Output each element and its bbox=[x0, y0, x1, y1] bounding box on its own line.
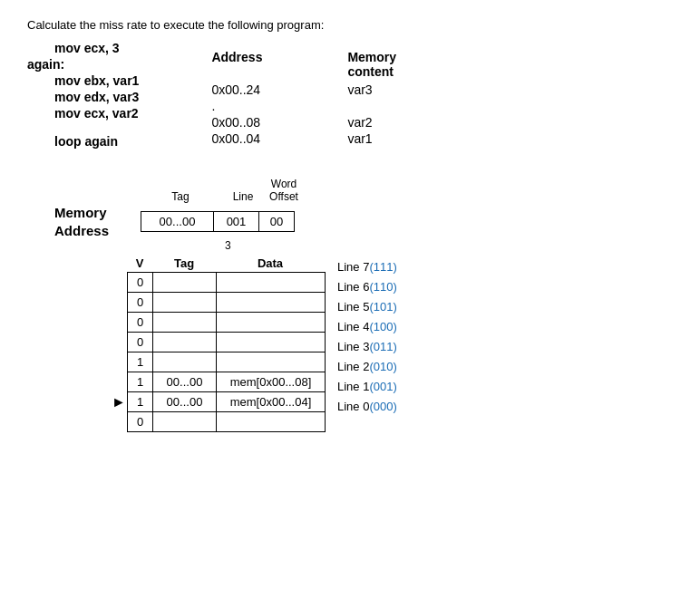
mem-content-1 bbox=[347, 99, 420, 113]
mem-header-address: Address bbox=[211, 50, 293, 79]
mem-row-2: 0x00..08 var2 bbox=[211, 115, 420, 130]
cache-cell-tag-6: 00...00 bbox=[153, 392, 217, 412]
cache-cell-data-7 bbox=[217, 412, 326, 432]
tag-label-above: Tag bbox=[141, 190, 220, 203]
line-num-5: Line 2 bbox=[337, 360, 369, 373]
cache-cell-v-0: 0 bbox=[128, 273, 153, 293]
bit-word: 00 bbox=[258, 211, 295, 232]
line-label-6: Line 1 (001) bbox=[336, 376, 398, 396]
line-bin-0: (111) bbox=[369, 260, 396, 274]
mem-addr-1: . bbox=[211, 99, 293, 113]
cache-cell-tag-1 bbox=[153, 293, 217, 313]
bit-line: 001 bbox=[213, 211, 258, 232]
code-line-5: loop again bbox=[27, 134, 139, 149]
cache-cell-v-6: ►1 bbox=[128, 392, 153, 412]
cache-cell-tag-0 bbox=[153, 273, 217, 293]
offset-label-above: Offset bbox=[269, 190, 298, 203]
code-line-1: mov ecx, 3 bbox=[27, 41, 139, 55]
cache-cell-v-4: 1 bbox=[128, 352, 153, 372]
cache-cell-data-1 bbox=[217, 293, 326, 313]
cache-cell-v-7: 0 bbox=[128, 412, 153, 432]
mem-addr-2: 0x00..08 bbox=[211, 115, 293, 130]
line-label-0: Line 7 (111) bbox=[336, 256, 398, 276]
arrow-pointer-6: ► bbox=[112, 394, 126, 410]
line-label-7: Line 0 (000) bbox=[336, 396, 398, 416]
line-num-3: Line 4 bbox=[337, 320, 369, 333]
subscript-3: 3 bbox=[225, 239, 231, 252]
mem-addr-0: 0x00..24 bbox=[211, 82, 293, 97]
code-line-2: mov ebx, var1 bbox=[27, 73, 139, 88]
cache-row-5: 100...00mem[0x00...08] bbox=[128, 372, 326, 392]
cache-cell-v-2: 0 bbox=[128, 313, 153, 333]
cache-headers: V Tag Data bbox=[127, 256, 326, 270]
line-num-0: Line 7 bbox=[337, 260, 369, 274]
line-num-7: Line 0 bbox=[337, 400, 369, 413]
cache-cell-data-0 bbox=[217, 273, 326, 293]
cache-cell-tag-3 bbox=[153, 333, 217, 352]
mem-row-1: . bbox=[211, 99, 420, 113]
cache-table-wrap: V Tag Data 00001100...00mem[0x00...08]►1… bbox=[127, 256, 326, 432]
cache-cell-tag-7 bbox=[153, 412, 217, 432]
cache-area: V Tag Data 00001100...00mem[0x00...08]►1… bbox=[127, 256, 398, 432]
line-bin-2: (101) bbox=[369, 300, 396, 314]
instruction-text: Calculate the miss rate to execute the f… bbox=[27, 18, 673, 32]
mem-row-0: 0x00..24 var3 bbox=[211, 82, 420, 97]
line-bin-4: (011) bbox=[369, 340, 396, 353]
cache-row-6: ►100...00mem[0x00...04] bbox=[128, 392, 326, 412]
cache-header-data: Data bbox=[216, 256, 325, 270]
mem-row-3: 0x00..04 var1 bbox=[211, 131, 420, 146]
cache-cell-tag-4 bbox=[153, 352, 217, 372]
cache-header-v: V bbox=[127, 256, 152, 270]
cache-row-2: 0 bbox=[128, 313, 326, 333]
cache-row-4: 1 bbox=[128, 352, 326, 372]
cache-cell-data-4 bbox=[217, 352, 326, 372]
line-label-above: Line bbox=[220, 190, 266, 203]
line-num-2: Line 5 bbox=[337, 300, 369, 314]
mem-addr-3: 0x00..04 bbox=[211, 131, 293, 146]
mem-content-3: var1 bbox=[347, 131, 420, 146]
code-label-again: again: bbox=[27, 57, 139, 72]
line-num-4: Line 3 bbox=[337, 340, 369, 353]
cache-header-tag: Tag bbox=[152, 256, 216, 270]
line-bin-5: (010) bbox=[369, 360, 396, 373]
cache-row-7: 0 bbox=[128, 412, 326, 432]
cache-cell-tag-5: 00...00 bbox=[153, 372, 217, 392]
cache-row-3: 0 bbox=[128, 333, 326, 352]
line-labels: Line 7 (111)Line 6 (110)Line 5 (101)Line… bbox=[336, 256, 398, 416]
line-num-6: Line 1 bbox=[337, 380, 369, 393]
line-bin-3: (100) bbox=[369, 320, 396, 333]
line-label-5: Line 2 (010) bbox=[336, 356, 398, 376]
cache-cell-v-3: 0 bbox=[128, 333, 153, 352]
mem-content-2: var2 bbox=[347, 115, 420, 130]
cache-cell-v-5: 1 bbox=[128, 372, 153, 392]
memory-address-label: MemoryAddress bbox=[54, 204, 136, 239]
mem-header-content: Memory content bbox=[347, 50, 420, 79]
bit-tag: 00...00 bbox=[141, 211, 213, 232]
cache-cell-data-3 bbox=[217, 333, 326, 352]
cache-cell-data-6: mem[0x00...04] bbox=[217, 392, 326, 412]
line-bin-1: (110) bbox=[369, 280, 396, 294]
cache-cell-data-5: mem[0x00...08] bbox=[217, 372, 326, 392]
cache-cell-data-2 bbox=[217, 313, 326, 333]
line-label-1: Line 6 (110) bbox=[336, 276, 398, 296]
cache-table: 00001100...00mem[0x00...08]►100...00mem[… bbox=[127, 272, 326, 432]
cache-cell-v-1: 0 bbox=[128, 293, 153, 313]
cache-row-1: 0 bbox=[128, 293, 326, 313]
bit-fields: 00...00 001 00 bbox=[141, 211, 295, 232]
code-block: mov ecx, 3 again: mov ebx, var1 mov edx,… bbox=[27, 41, 139, 150]
memory-table: Address Memory content 0x00..24 var3 . 0… bbox=[211, 50, 420, 150]
cache-cell-tag-2 bbox=[153, 313, 217, 333]
word-label-above: Word bbox=[271, 178, 297, 190]
code-line-4: mov ecx, var2 bbox=[27, 106, 139, 121]
line-num-1: Line 6 bbox=[337, 280, 369, 294]
cache-row-0: 0 bbox=[128, 273, 326, 293]
line-label-4: Line 3 (011) bbox=[336, 336, 398, 356]
mem-content-0: var3 bbox=[347, 82, 420, 97]
diagram-section: Tag Line Word Offset MemoryAddress 00...… bbox=[27, 178, 673, 432]
line-label-3: Line 4 (100) bbox=[336, 316, 398, 336]
line-bin-7: (000) bbox=[369, 400, 396, 413]
line-bin-6: (001) bbox=[369, 380, 396, 393]
code-line-3: mov edx, var3 bbox=[27, 90, 139, 104]
line-label-2: Line 5 (101) bbox=[336, 296, 398, 316]
